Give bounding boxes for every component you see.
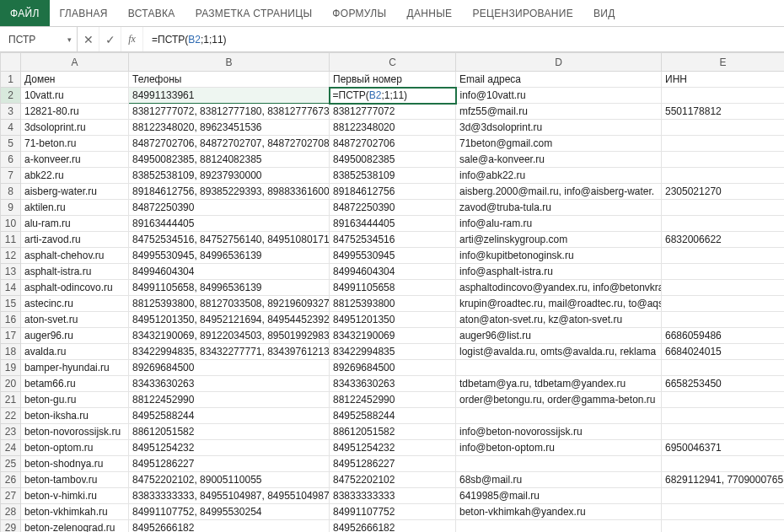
cell[interactable]: info@asphalt-istra.ru	[456, 264, 662, 280]
cell[interactable]	[662, 456, 785, 472]
cell[interactable]	[662, 152, 785, 168]
cell[interactable]: ИНН	[662, 72, 785, 88]
cell[interactable]: 84872250390	[330, 200, 456, 216]
cell[interactable]: 89269684500	[330, 360, 456, 376]
col-header-A[interactable]: A	[21, 53, 129, 72]
cell[interactable]: 6419985@mail.ru	[456, 488, 662, 504]
cell[interactable]: beton-gu.ru	[21, 392, 129, 408]
cell[interactable]: 84951286227	[330, 456, 456, 472]
cell[interactable]: Домен	[21, 72, 129, 88]
cell[interactable]: 3d@3dsoloprint.ru	[456, 120, 662, 136]
name-box-dropdown-icon[interactable]: ▾	[67, 35, 72, 44]
cell[interactable]: 2305021270	[662, 184, 785, 200]
cell[interactable]: beton-novorossijsk.ru	[21, 424, 129, 440]
cell[interactable]: asphalt-chehov.ru	[21, 248, 129, 264]
cell[interactable]: 10vatt.ru	[21, 88, 129, 104]
cell[interactable]: 84951254232	[330, 440, 456, 456]
cell[interactable]: 84995530945	[330, 248, 456, 264]
row-header[interactable]: 13	[1, 264, 21, 280]
cell[interactable]: 84752202102, 89005110055	[129, 472, 330, 488]
cell[interactable]	[456, 408, 662, 424]
cell[interactable]: beton-vkhimkah@yandex.ru	[456, 504, 662, 520]
cell[interactable]: asphalt-odincovo.ru	[21, 280, 129, 296]
cell[interactable]: 83422994835, 83432277771, 83439761213,	[129, 344, 330, 360]
row-header[interactable]: 3	[1, 104, 21, 120]
cell[interactable]: 83852538109	[330, 168, 456, 184]
cell[interactable]: aton-svet.ru	[21, 312, 129, 328]
cell[interactable]: 88122452990	[129, 392, 330, 408]
active-cell[interactable]: =ПСТР(B2;1;11)	[330, 88, 456, 104]
cell[interactable]: 83422994835	[330, 344, 456, 360]
cell[interactable]: 71-beton.ru	[21, 136, 129, 152]
cell[interactable]: 84991133961	[129, 88, 330, 104]
row-header[interactable]: 15	[1, 296, 21, 312]
cell[interactable]: 68sb@mail.ru	[456, 472, 662, 488]
cell[interactable]: 84950082385, 88124082385	[129, 152, 330, 168]
cell[interactable]	[662, 168, 785, 184]
cell[interactable]: 83833333333	[330, 488, 456, 504]
cell[interactable]: krupin@roadtec.ru, mail@roadtec.ru, to@a…	[456, 296, 662, 312]
row-header[interactable]: 8	[1, 184, 21, 200]
cell[interactable]: 83852538109, 89237930000	[129, 168, 330, 184]
cell[interactable]: 12821-80.ru	[21, 104, 129, 120]
cell[interactable]: beton-tambov.ru	[21, 472, 129, 488]
cell[interactable]: info@beton-optom.ru	[456, 440, 662, 456]
cell[interactable]: 83812777072, 83812777180, 83812777673,	[129, 104, 330, 120]
cell[interactable]: 89163444405	[129, 216, 330, 232]
row-header[interactable]: 2	[1, 88, 21, 104]
cell[interactable]	[662, 488, 785, 504]
cell[interactable]: asphalt-istra.ru	[21, 264, 129, 280]
cell[interactable]: aktilen.ru	[21, 200, 129, 216]
cell[interactable]: 84872250390	[129, 200, 330, 216]
cell[interactable]: arti-zavod.ru	[21, 232, 129, 248]
row-header[interactable]: 22	[1, 408, 21, 424]
cell[interactable]: info@abk22.ru	[456, 168, 662, 184]
row-header[interactable]: 16	[1, 312, 21, 328]
cell[interactable]: 84872702706	[330, 136, 456, 152]
cell[interactable]	[662, 200, 785, 216]
cell[interactable]: 84995530945, 84996536139	[129, 248, 330, 264]
cell[interactable]: 6684024015	[662, 344, 785, 360]
cell[interactable]: beton-v-himki.ru	[21, 488, 129, 504]
row-header[interactable]: 17	[1, 328, 21, 344]
cell[interactable]: 89163444405	[330, 216, 456, 232]
confirm-formula-button[interactable]: ✓	[99, 27, 121, 51]
cell[interactable]: 89184612756	[330, 184, 456, 200]
cell[interactable]: betam66.ru	[21, 376, 129, 392]
cell[interactable]	[662, 120, 785, 136]
cell[interactable]: 84991105658	[330, 280, 456, 296]
cell[interactable]: sale@a-konveer.ru	[456, 152, 662, 168]
row-header[interactable]: 6	[1, 152, 21, 168]
cell[interactable]	[662, 136, 785, 152]
cell[interactable]: tdbetam@ya.ru, tdbetam@yandex.ru	[456, 376, 662, 392]
cell[interactable]: beton-optom.ru	[21, 440, 129, 456]
cell[interactable]: 3dsoloprint.ru	[21, 120, 129, 136]
col-header-D[interactable]: D	[456, 53, 662, 72]
row-header[interactable]: 28	[1, 504, 21, 520]
cell[interactable]: bamper-hyundai.ru	[21, 360, 129, 376]
select-all-corner[interactable]	[1, 53, 21, 72]
cell[interactable]: 84951286227	[129, 456, 330, 472]
row-header[interactable]: 23	[1, 424, 21, 440]
cell[interactable]: 84951254232	[129, 440, 330, 456]
cell[interactable]: order@betongu.ru, order@gamma-beton.ru	[456, 392, 662, 408]
cell[interactable]	[662, 216, 785, 232]
cell[interactable]: 89184612756, 89385229393, 89883361600	[129, 184, 330, 200]
tab-layout[interactable]: РАЗМЕТКА СТРАНИЦЫ	[185, 0, 323, 26]
cell[interactable]: 84952588244	[129, 408, 330, 424]
cell[interactable]: info@alu-ram.ru	[456, 216, 662, 232]
cell[interactable]: 89269684500	[129, 360, 330, 376]
cell[interactable]: 83433630263	[129, 376, 330, 392]
cell[interactable]	[662, 504, 785, 520]
cell[interactable]	[662, 312, 785, 328]
row-header[interactable]: 19	[1, 360, 21, 376]
insert-function-button[interactable]: fx	[121, 27, 143, 51]
cell[interactable]: Телефоны	[129, 72, 330, 88]
cell[interactable]: 6658253450	[662, 376, 785, 392]
row-header[interactable]: 24	[1, 440, 21, 456]
cell[interactable]: 84991107752, 84995530254	[129, 504, 330, 520]
cell[interactable]: aisberg-water.ru	[21, 184, 129, 200]
cell[interactable]: 6829112941, 7709000765	[662, 472, 785, 488]
cell[interactable]: 5501178812	[662, 104, 785, 120]
cell[interactable]	[456, 456, 662, 472]
